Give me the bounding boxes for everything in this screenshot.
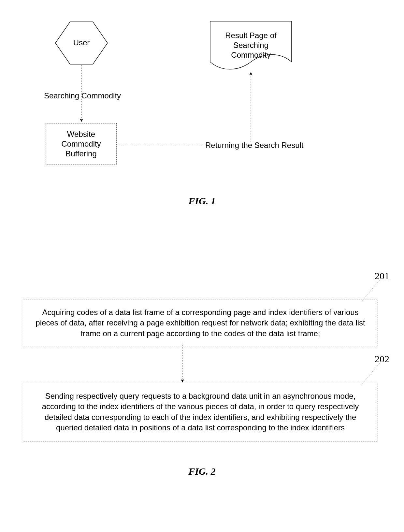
user-label: User [73, 38, 90, 47]
svg-line-4 [362, 280, 380, 301]
svg-line-5 [362, 363, 380, 384]
step2-box: Sending respectively query requests to a… [23, 383, 378, 441]
step1-text: Acquiring codes of a data list frame of … [36, 308, 365, 338]
result-page-label: Result Page of Searching Commodity [209, 31, 293, 60]
user-node: User [44, 20, 119, 66]
result-page-node: Result Page of Searching Commodity [209, 20, 293, 72]
fig1-caption: FIG. 1 [188, 195, 215, 207]
step2-number: 202 [375, 353, 389, 365]
step2-text: Sending respectively query requests to a… [42, 392, 359, 432]
fig2-caption: FIG. 2 [188, 466, 215, 477]
step1-box: Acquiring codes of a data list frame of … [23, 299, 378, 347]
arrow-label-returning: Returning the Search Result [205, 141, 304, 150]
step1-number: 201 [375, 270, 389, 281]
arrow-label-searching: Searching Commodity [44, 91, 121, 100]
connectors-layer [0, 0, 404, 532]
buffer-node: Website Commodity Buffering [46, 123, 117, 165]
buffer-label: Website Commodity Buffering [50, 129, 112, 159]
